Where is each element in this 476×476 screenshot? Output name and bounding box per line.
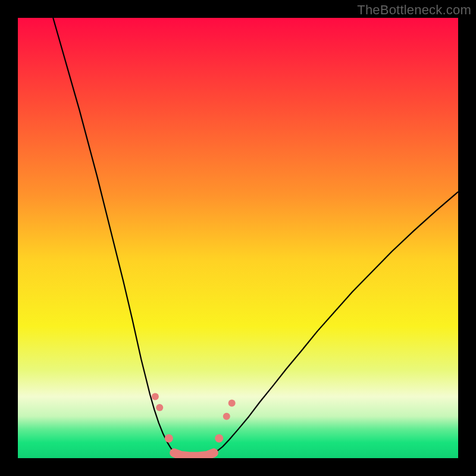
- series-valley-floor: [174, 453, 214, 456]
- marker-dot-left-upper: [152, 393, 159, 400]
- gradient-background: [18, 18, 458, 458]
- plot-area: [18, 18, 458, 458]
- marker-dot-right-upper: [228, 400, 236, 407]
- chart-svg: [18, 18, 458, 458]
- marker-dot-left-trans: [165, 434, 173, 443]
- marker-dot-left-lower: [156, 404, 163, 411]
- chart-container: TheBottleneck.com: [0, 0, 476, 476]
- marker-dot-right-trans: [215, 434, 223, 443]
- watermark-text: TheBottleneck.com: [357, 2, 471, 18]
- marker-dot-right-lower: [223, 413, 230, 420]
